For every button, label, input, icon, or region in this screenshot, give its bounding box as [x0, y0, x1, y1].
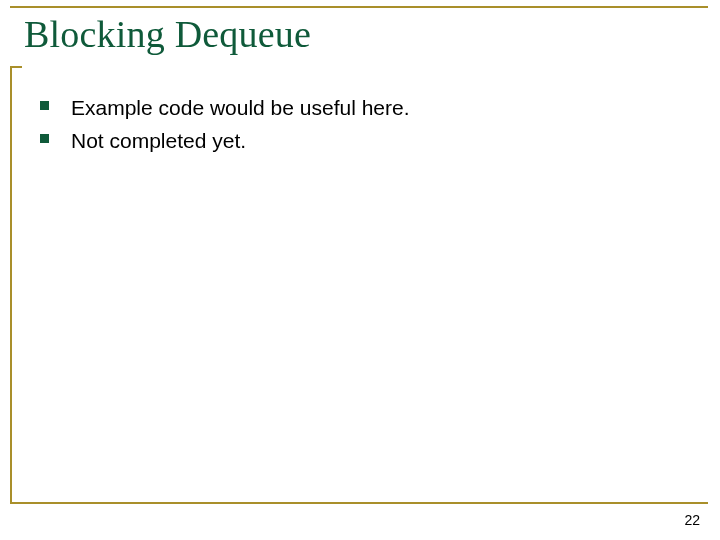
divider-top: [10, 6, 708, 8]
page-number: 22: [684, 512, 700, 528]
bullet-square-icon: [40, 134, 49, 143]
bullet-text: Not completed yet.: [71, 127, 246, 154]
bullet-text: Example code would be useful here.: [71, 94, 410, 121]
slide-title: Blocking Dequeue: [24, 12, 311, 56]
list-item: Not completed yet.: [40, 127, 680, 154]
slide-body: Example code would be useful here. Not c…: [40, 94, 680, 161]
bullet-square-icon: [40, 101, 49, 110]
divider-bottom: [10, 502, 708, 504]
list-item: Example code would be useful here.: [40, 94, 680, 121]
slide-container: Blocking Dequeue Example code would be u…: [0, 0, 720, 540]
divider-left: [10, 66, 12, 504]
